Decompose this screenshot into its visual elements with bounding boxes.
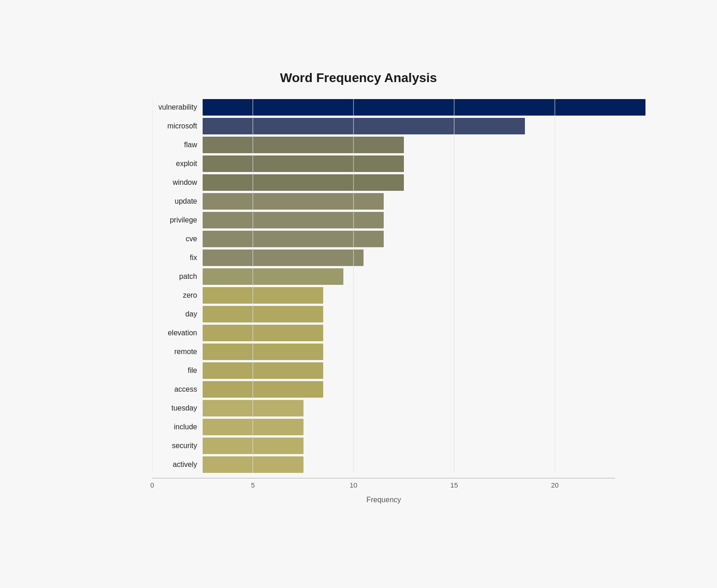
bar-label: patch [152,272,203,281]
bar-label: vulnerability [152,103,203,111]
bar-row: update [152,193,615,210]
x-tick-label: 5 [251,481,254,489]
bar [203,193,384,210]
bar-row: flaw [152,137,615,153]
bar-row: security [152,438,615,454]
bar [203,118,525,134]
bar [203,231,384,247]
bar-label: access [152,385,203,394]
bar [203,456,303,473]
bar-row: elevation [152,325,615,341]
bar-row: access [152,381,615,398]
bar [203,174,404,191]
bar-label: microsoft [152,122,203,130]
bar [203,419,303,435]
bar [203,325,323,341]
bar [203,381,323,398]
chart-container: Word Frequency Analysis vulnerabilitymic… [83,57,634,532]
x-axis: 05101520 [102,478,615,491]
bar-row: cve [152,231,615,247]
bar-label: privilege [152,216,203,224]
bar-label: tuesday [152,404,203,412]
bar [203,212,384,228]
bar-row: actively [152,456,615,473]
bar [203,287,323,304]
bar [203,155,404,172]
bar-label: fix [152,254,203,262]
bar-row: exploit [152,155,615,172]
bar-row: privilege [152,212,615,228]
bar-label: update [152,197,203,205]
bar [203,99,645,116]
bar-row: remote [152,344,615,360]
bar-label: remote [152,348,203,356]
chart-title: Word Frequency Analysis [102,71,615,85]
bar-label: elevation [152,329,203,337]
bar [203,268,343,285]
bar-row: zero [152,287,615,304]
bar [203,400,303,416]
bar [203,362,323,379]
bar-label: file [152,366,203,375]
bar-row: include [152,419,615,435]
x-tick-label: 0 [150,481,154,489]
bar-label: zero [152,291,203,300]
x-tick-label: 10 [350,481,358,489]
bar-row: file [152,362,615,379]
bar [203,250,364,266]
bar-label: exploit [152,160,203,168]
bar [203,344,323,360]
bar-row: tuesday [152,400,615,416]
x-tick-label: 15 [450,481,458,489]
x-tick-label: 20 [551,481,559,489]
bar-row: fix [152,250,615,266]
bar-row: day [152,306,615,322]
bar-row: microsoft [152,118,615,134]
bar-label: flaw [152,141,203,149]
bar-label: window [152,178,203,187]
bar-row: patch [152,268,615,285]
bar-row: window [152,174,615,191]
bar-label: security [152,442,203,450]
bar [203,438,303,454]
x-ticks: 05101520 [152,478,615,491]
bar-row: vulnerability [152,99,615,116]
x-axis-label: Frequency [102,496,615,504]
bar [203,137,404,153]
bars-area: vulnerabilitymicrosoftflawexploitwindowu… [102,99,615,475]
bar-label: include [152,423,203,431]
bar-label: cve [152,235,203,243]
bar [203,306,323,322]
bar-label: day [152,310,203,318]
bar-label: actively [152,460,203,469]
bars-list: vulnerabilitymicrosoftflawexploitwindowu… [152,99,615,473]
